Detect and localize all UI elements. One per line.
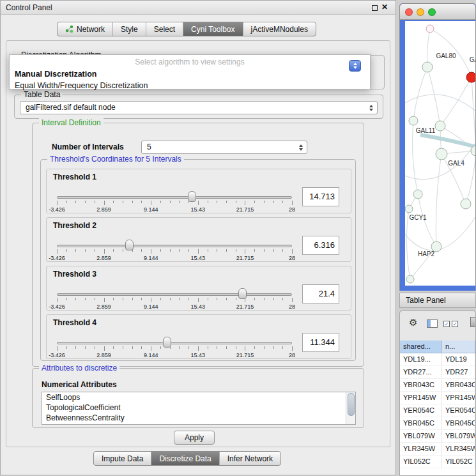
column-header-name[interactable]: n... [442, 341, 475, 353]
threshold-value-field[interactable]: 11.344 [302, 333, 339, 352]
window-titlebar: Control Panel ✕ [1, 1, 395, 15]
checkbox-icon[interactable]: ✓ [443, 321, 450, 327]
scrollbar[interactable] [346, 392, 355, 424]
slider-track[interactable] [57, 245, 292, 247]
slider-track[interactable] [57, 196, 292, 199]
tick-mark [160, 201, 161, 203]
combobox-stepper-icon[interactable] [349, 60, 361, 72]
table-row[interactable]: YBR043CYBR043C [400, 379, 475, 392]
network-node-selected[interactable] [466, 72, 475, 82]
slider-scale-label: 9.144 [144, 255, 158, 261]
table-row[interactable]: YLR345WYLR345W [400, 443, 475, 456]
table-row[interactable]: YBR045CYBR045C [400, 417, 475, 430]
close-icon[interactable]: ✕ [381, 3, 388, 12]
network-edge[interactable] [427, 29, 431, 67]
network-graph[interactable]: GAL80GAL11GAL4GCY1HAP2GA [405, 21, 475, 286]
cyni-content-panel: Discretization Algorithm Select algorith… [6, 40, 390, 447]
network-node[interactable] [413, 190, 422, 199]
table-row[interactable]: YDR27...YDR27 [400, 366, 475, 379]
table-row[interactable]: YDL19...YDL19 [400, 353, 475, 366]
tick-mark [198, 346, 199, 351]
network-edge[interactable] [405, 95, 475, 112]
threshold-label: Threshold 4 [53, 318, 96, 327]
tick-mark [66, 346, 67, 349]
apply-button[interactable]: Apply [174, 431, 215, 445]
tab-network[interactable]: Network [58, 22, 112, 36]
tick-mark [160, 298, 161, 300]
number-of-intervals-combobox[interactable]: 5 [141, 141, 307, 154]
tab-select[interactable]: Select [146, 22, 183, 36]
tab-jactivemnodules[interactable]: jActiveMNodules [243, 22, 316, 36]
network-edge-thick[interactable] [420, 135, 475, 147]
network-node[interactable] [436, 148, 447, 160]
network-node[interactable] [426, 25, 434, 33]
tick-mark [151, 201, 151, 205]
threshold-4-slider[interactable]: -3.4262.8599.14415.4321.71528 [57, 337, 292, 360]
dropdown-option-equal-width[interactable]: Equal Width/Frequency Discretization [10, 80, 370, 91]
mac-minimize-icon[interactable] [417, 8, 424, 16]
tab-infer-network[interactable]: Infer Network [219, 452, 280, 465]
window-title: Control Panel [6, 3, 52, 12]
network-edge[interactable] [472, 77, 475, 151]
threshold-1-slider[interactable]: -3.4262.8599.14415.4321.71528 [57, 191, 292, 214]
checkbox-icon[interactable]: ✓ [452, 321, 458, 327]
mac-zoom-icon[interactable] [428, 8, 436, 16]
interval-definition-group: Interval Definition Number of Intervals … [32, 123, 364, 367]
network-canvas[interactable]: GAL80GAL11GAL4GCY1HAP2GA [405, 21, 475, 286]
tick-mark [226, 201, 227, 203]
threshold-value-field[interactable]: 14.713 [302, 187, 339, 206]
network-node[interactable] [435, 121, 445, 131]
network-edge[interactable] [440, 77, 472, 126]
tick-mark [254, 346, 255, 349]
table-row[interactable]: YER054CYER054C [400, 404, 475, 417]
tick-mark [179, 298, 180, 300]
network-edge[interactable] [436, 154, 441, 247]
network-node[interactable] [406, 275, 414, 283]
attribute-list-item[interactable]: SelfLoops [42, 392, 355, 403]
slider-track[interactable] [57, 293, 292, 296]
mac-close-icon[interactable] [405, 8, 413, 16]
attribute-list-item[interactable]: BetweennessCentrality [42, 413, 355, 423]
network-edge[interactable] [413, 67, 427, 121]
tab-cyni-toolbox[interactable]: Cyni Toolbox [183, 22, 242, 36]
table-row[interactable]: YBL079WYBL079W [400, 430, 475, 443]
network-edge[interactable] [427, 67, 440, 126]
slider-scale-label: 21.715 [236, 255, 254, 261]
tab-style[interactable]: Style [112, 22, 146, 36]
tick-mark [170, 249, 171, 252]
tick-mark [217, 201, 217, 203]
network-node[interactable] [422, 62, 433, 72]
scrollbar-thumb[interactable] [348, 393, 355, 416]
cyni-mode-tabbar: Impute Data Discretize Data Infer Networ… [93, 451, 281, 466]
tab-impute-data[interactable]: Impute Data [94, 452, 151, 465]
tab-label: Infer Network [227, 454, 273, 463]
dropdown-option-manual-discretization[interactable]: Manual Discretization [10, 68, 370, 80]
attribute-list-item[interactable]: TopologicalCoefficient [42, 403, 355, 413]
network-edge[interactable] [466, 151, 475, 204]
table-data-combobox[interactable]: galFiltered.sif default node [20, 101, 378, 114]
toolbar-clipped-icon[interactable] [470, 317, 476, 327]
slider-scale-label: 9.144 [144, 352, 158, 358]
threshold-value-field[interactable]: 6.316 [302, 236, 339, 255]
table-panel-header: Table Panel [399, 293, 476, 308]
table-row[interactable]: YIL052CYIL052C [400, 456, 475, 468]
table-row[interactable]: YPR145WYPR145W [400, 392, 475, 404]
network-node[interactable] [405, 205, 413, 213]
tick-mark [254, 249, 255, 252]
threshold-4-panel: Threshold 4 -3.4262.8599.14415.4321.7152… [46, 314, 351, 359]
threshold-3-slider[interactable]: -3.4262.8599.14415.4321.71528 [57, 288, 292, 311]
table-cell-name: YLR345W [442, 443, 475, 455]
network-node[interactable] [461, 199, 471, 209]
threshold-value-field[interactable]: 21.4 [302, 284, 339, 303]
float-icon[interactable] [372, 5, 378, 11]
threshold-2-slider[interactable]: -3.4262.8599.14415.4321.71528 [57, 240, 292, 263]
gear-icon[interactable]: ⚙ [409, 317, 417, 328]
column-header-shared-name[interactable]: shared... [400, 341, 442, 353]
tick-mark [236, 298, 236, 300]
numerical-attributes-list[interactable]: SelfLoopsTopologicalCoefficientBetweenne… [42, 392, 356, 425]
tab-discretize-data[interactable]: Discretize Data [151, 452, 219, 465]
columns-icon[interactable] [427, 319, 438, 328]
slider-track[interactable] [57, 342, 292, 344]
network-node[interactable] [409, 116, 418, 125]
tick-mark [132, 298, 133, 300]
